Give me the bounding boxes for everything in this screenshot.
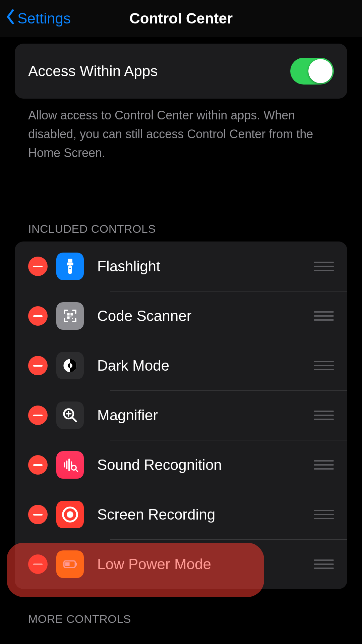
back-label: Settings — [17, 10, 71, 27]
darkmode-icon — [56, 352, 84, 379]
control-row-flashlight: Flashlight — [15, 241, 347, 291]
control-label: Dark Mode — [97, 357, 314, 374]
drag-handle[interactable] — [314, 260, 334, 273]
control-row-magnifier: Magnifier — [15, 390, 347, 440]
remove-button[interactable] — [28, 505, 48, 524]
svg-line-12 — [72, 418, 76, 421]
toggle-knob — [308, 59, 333, 83]
remove-button[interactable] — [28, 306, 48, 326]
low-power-icon — [56, 550, 84, 578]
drag-handle[interactable] — [314, 359, 334, 372]
svg-rect-25 — [65, 562, 70, 566]
svg-rect-5 — [70, 313, 73, 316]
drag-handle[interactable] — [314, 409, 334, 422]
flashlight-icon — [56, 253, 84, 280]
control-label: Code Scanner — [97, 308, 314, 324]
svg-rect-1 — [67, 263, 73, 265]
chevron-left-icon — [5, 9, 16, 28]
access-within-apps-row: Access Within Apps — [15, 44, 347, 99]
svg-rect-24 — [76, 563, 77, 566]
remove-button[interactable] — [28, 455, 48, 475]
remove-button[interactable] — [28, 257, 48, 276]
included-controls-header: INCLUDED CONTROLS — [15, 222, 347, 241]
access-within-apps-group: Access Within Apps — [15, 44, 347, 99]
remove-button[interactable] — [28, 356, 48, 375]
drag-handle[interactable] — [314, 309, 334, 323]
svg-rect-6 — [67, 317, 70, 319]
svg-rect-7 — [70, 317, 71, 318]
sound-recognition-icon — [56, 451, 84, 479]
svg-point-3 — [69, 268, 71, 269]
control-label: Flashlight — [97, 258, 314, 275]
drag-handle[interactable] — [314, 508, 334, 521]
svg-line-20 — [76, 470, 78, 472]
drag-handle[interactable] — [314, 458, 334, 472]
control-row-code-scanner: Code Scanner — [15, 291, 347, 341]
back-button[interactable]: Settings — [0, 9, 71, 28]
more-controls-header: MORE CONTROLS — [15, 612, 347, 632]
drag-handle[interactable] — [314, 557, 334, 571]
access-within-apps-label: Access Within Apps — [28, 63, 158, 79]
svg-rect-2 — [68, 266, 72, 274]
control-label: Low Power Mode — [97, 556, 314, 573]
svg-rect-8 — [72, 318, 73, 319]
svg-rect-4 — [67, 313, 70, 316]
control-row-low-power-mode: Low Power Mode — [15, 539, 347, 589]
navbar: Settings Control Center — [0, 0, 362, 37]
svg-point-22 — [67, 512, 73, 518]
magnifier-icon — [56, 401, 84, 429]
control-label: Sound Recognition — [97, 457, 314, 473]
remove-button[interactable] — [28, 406, 48, 425]
access-within-apps-toggle[interactable] — [290, 58, 334, 85]
screen-recording-icon — [56, 501, 84, 528]
included-controls-list: Flashlight Code Scanner — [15, 241, 347, 589]
qr-icon — [56, 302, 84, 330]
access-within-apps-description: Allow access to Control Center within ap… — [15, 99, 347, 162]
control-row-screen-recording: Screen Recording — [15, 490, 347, 539]
svg-rect-0 — [68, 259, 72, 263]
remove-button[interactable] — [28, 554, 48, 574]
control-label: Magnifier — [97, 407, 314, 424]
control-row-sound-recognition: Sound Recognition — [15, 440, 347, 490]
control-label: Screen Recording — [97, 506, 314, 523]
control-row-dark-mode: Dark Mode — [15, 341, 347, 390]
